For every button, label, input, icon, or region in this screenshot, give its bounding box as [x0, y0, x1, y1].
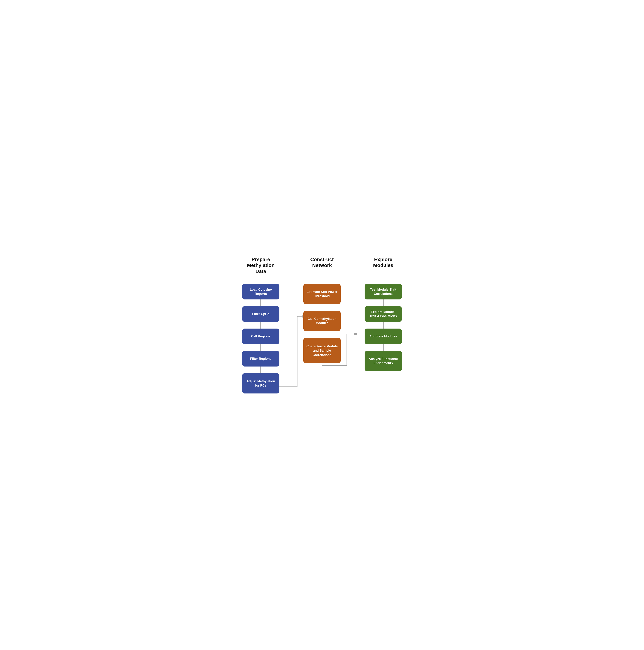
box-estimate-soft-power[interactable]: Estimate Soft Power Threshold — [303, 284, 341, 304]
box-adjust-methylation[interactable]: Adjust Methylation for PCs — [242, 373, 279, 394]
column-explore: Test Module-Trait Correlations Explore M… — [365, 284, 402, 394]
box-analyze-functional[interactable]: Analyze Functional Enrichments — [365, 351, 402, 371]
box-characterize-module[interactable]: Characterize Module and Sample Correlati… — [303, 338, 341, 363]
box-load-cytosine[interactable]: Load Cytosine Reports — [242, 284, 279, 299]
title-explore: Explore Modules — [373, 256, 393, 275]
column-construct: Estimate Soft Power Threshold Call Comet… — [303, 284, 341, 394]
box-explore-module-trait[interactable]: Explore Module- Trait Associations — [365, 306, 402, 322]
box-annotate-modules[interactable]: Annotate Modules — [365, 329, 402, 344]
title-construct: Construct Network — [310, 256, 334, 275]
box-call-comethylation[interactable]: Call Comethylation Modules — [303, 311, 341, 331]
title-prepare: Prepare Methylation Data — [247, 256, 275, 275]
box-call-regions[interactable]: Call Regions — [242, 329, 279, 344]
column-prepare: Load Cytosine Reports Filter CpGs Call R… — [242, 284, 279, 394]
diagram-container: Prepare Methylation Data Construct Netwo… — [242, 256, 402, 394]
box-filter-cpgs[interactable]: Filter CpGs — [242, 306, 279, 322]
box-filter-regions[interactable]: Filter Regions — [242, 351, 279, 366]
box-test-module-trait[interactable]: Test Module-Trait Correlations — [365, 284, 402, 299]
